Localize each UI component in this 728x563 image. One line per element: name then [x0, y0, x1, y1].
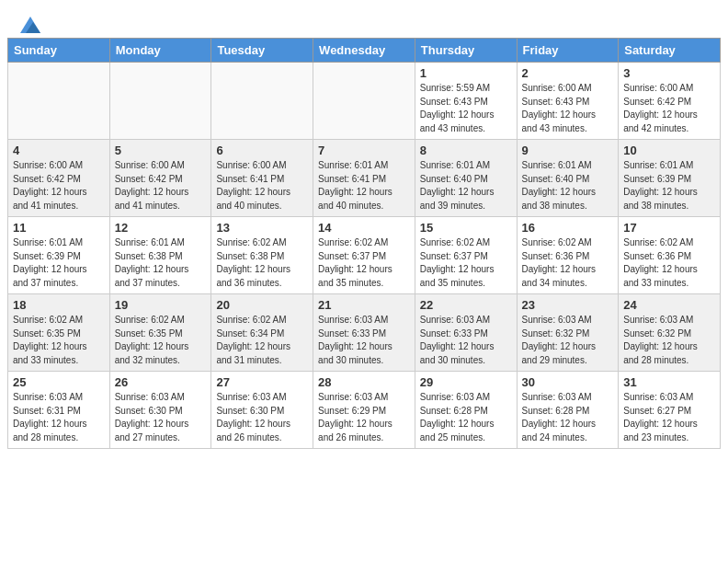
calendar-day-cell: 4Sunrise: 6:00 AMSunset: 6:42 PMDaylight…	[8, 140, 110, 217]
day-number: 11	[13, 221, 105, 235]
day-number: 17	[623, 221, 715, 235]
day-number: 21	[318, 298, 410, 312]
calendar-day-cell	[109, 63, 211, 140]
calendar-week-row: 18Sunrise: 6:02 AMSunset: 6:35 PMDayligh…	[8, 294, 721, 372]
calendar-week-row: 1Sunrise: 5:59 AMSunset: 6:43 PMDaylight…	[8, 63, 721, 140]
day-number: 12	[115, 221, 207, 235]
calendar-day-cell: 1Sunrise: 5:59 AMSunset: 6:43 PMDaylight…	[415, 63, 517, 140]
calendar-week-row: 25Sunrise: 6:03 AMSunset: 6:31 PMDayligh…	[8, 372, 721, 449]
calendar-day-cell	[313, 63, 415, 140]
day-info: Sunrise: 6:00 AMSunset: 6:42 PMDaylight:…	[623, 82, 715, 135]
calendar-day-cell: 6Sunrise: 6:00 AMSunset: 6:41 PMDaylight…	[211, 140, 313, 217]
day-info: Sunrise: 6:03 AMSunset: 6:30 PMDaylight:…	[115, 391, 207, 444]
calendar-table: SundayMondayTuesdayWednesdayThursdayFrid…	[7, 38, 721, 449]
day-number: 1	[420, 66, 512, 80]
calendar-day-cell: 20Sunrise: 6:02 AMSunset: 6:34 PMDayligh…	[211, 294, 313, 372]
logo	[18, 17, 40, 33]
day-number: 6	[216, 144, 308, 157]
day-number: 25	[13, 375, 105, 389]
col-header-wednesday: Wednesday	[313, 39, 415, 63]
day-number: 7	[318, 144, 410, 157]
calendar-day-cell: 27Sunrise: 6:03 AMSunset: 6:30 PMDayligh…	[211, 372, 313, 449]
day-number: 16	[522, 221, 614, 235]
day-info: Sunrise: 6:01 AMSunset: 6:38 PMDaylight:…	[115, 236, 207, 290]
day-number: 14	[318, 221, 410, 235]
day-number: 19	[115, 298, 207, 312]
calendar-day-cell: 15Sunrise: 6:02 AMSunset: 6:37 PMDayligh…	[415, 217, 517, 294]
col-header-tuesday: Tuesday	[211, 39, 313, 63]
day-number: 27	[216, 375, 308, 389]
day-info: Sunrise: 6:03 AMSunset: 6:32 PMDaylight:…	[522, 314, 614, 367]
day-info: Sunrise: 6:01 AMSunset: 6:39 PMDaylight:…	[13, 236, 105, 290]
calendar-day-cell: 31Sunrise: 6:03 AMSunset: 6:27 PMDayligh…	[619, 372, 721, 449]
calendar-day-cell: 26Sunrise: 6:03 AMSunset: 6:30 PMDayligh…	[109, 372, 211, 449]
day-info: Sunrise: 6:03 AMSunset: 6:33 PMDaylight:…	[420, 314, 512, 367]
calendar-day-cell: 9Sunrise: 6:01 AMSunset: 6:40 PMDaylight…	[517, 140, 619, 217]
calendar-day-cell: 23Sunrise: 6:03 AMSunset: 6:32 PMDayligh…	[517, 294, 619, 372]
calendar-day-cell: 30Sunrise: 6:03 AMSunset: 6:28 PMDayligh…	[517, 372, 619, 449]
page-header	[0, 0, 728, 38]
logo-icon	[20, 17, 40, 33]
day-info: Sunrise: 6:02 AMSunset: 6:36 PMDaylight:…	[522, 236, 614, 290]
day-number: 20	[216, 298, 308, 312]
col-header-sunday: Sunday	[8, 39, 110, 63]
day-number: 15	[420, 221, 512, 235]
day-number: 23	[522, 298, 614, 312]
day-info: Sunrise: 6:02 AMSunset: 6:35 PMDaylight:…	[13, 314, 105, 367]
day-info: Sunrise: 6:01 AMSunset: 6:40 PMDaylight:…	[420, 159, 512, 213]
calendar-day-cell: 17Sunrise: 6:02 AMSunset: 6:36 PMDayligh…	[619, 217, 721, 294]
day-number: 31	[623, 375, 715, 389]
col-header-thursday: Thursday	[415, 39, 517, 63]
calendar-day-cell: 7Sunrise: 6:01 AMSunset: 6:41 PMDaylight…	[313, 140, 415, 217]
day-number: 24	[623, 298, 715, 312]
calendar-day-cell: 29Sunrise: 6:03 AMSunset: 6:28 PMDayligh…	[415, 372, 517, 449]
day-number: 5	[115, 144, 207, 157]
calendar-day-cell: 12Sunrise: 6:01 AMSunset: 6:38 PMDayligh…	[109, 217, 211, 294]
calendar-day-cell: 10Sunrise: 6:01 AMSunset: 6:39 PMDayligh…	[619, 140, 721, 217]
calendar-day-cell: 24Sunrise: 6:03 AMSunset: 6:32 PMDayligh…	[619, 294, 721, 372]
day-info: Sunrise: 6:03 AMSunset: 6:28 PMDaylight:…	[420, 391, 512, 444]
day-number: 8	[420, 144, 512, 157]
calendar-header-row: SundayMondayTuesdayWednesdayThursdayFrid…	[8, 39, 721, 63]
day-info: Sunrise: 6:00 AMSunset: 6:42 PMDaylight:…	[13, 159, 105, 213]
day-info: Sunrise: 6:03 AMSunset: 6:32 PMDaylight:…	[623, 314, 715, 367]
calendar-day-cell: 21Sunrise: 6:03 AMSunset: 6:33 PMDayligh…	[313, 294, 415, 372]
calendar-day-cell: 14Sunrise: 6:02 AMSunset: 6:37 PMDayligh…	[313, 217, 415, 294]
day-info: Sunrise: 6:00 AMSunset: 6:42 PMDaylight:…	[115, 159, 207, 213]
day-info: Sunrise: 6:02 AMSunset: 6:35 PMDaylight:…	[115, 314, 207, 367]
day-info: Sunrise: 6:01 AMSunset: 6:39 PMDaylight:…	[623, 159, 715, 213]
col-header-friday: Friday	[517, 39, 619, 63]
day-info: Sunrise: 5:59 AMSunset: 6:43 PMDaylight:…	[420, 82, 512, 135]
day-info: Sunrise: 6:02 AMSunset: 6:38 PMDaylight:…	[216, 236, 308, 290]
day-info: Sunrise: 6:00 AMSunset: 6:43 PMDaylight:…	[522, 82, 614, 135]
day-info: Sunrise: 6:03 AMSunset: 6:28 PMDaylight:…	[522, 391, 614, 444]
calendar-day-cell: 28Sunrise: 6:03 AMSunset: 6:29 PMDayligh…	[313, 372, 415, 449]
col-header-monday: Monday	[109, 39, 211, 63]
calendar-day-cell: 25Sunrise: 6:03 AMSunset: 6:31 PMDayligh…	[8, 372, 110, 449]
day-number: 22	[420, 298, 512, 312]
day-number: 18	[13, 298, 105, 312]
day-info: Sunrise: 6:02 AMSunset: 6:37 PMDaylight:…	[318, 236, 410, 290]
day-number: 29	[420, 375, 512, 389]
calendar-day-cell	[211, 63, 313, 140]
day-info: Sunrise: 6:03 AMSunset: 6:31 PMDaylight:…	[13, 391, 105, 444]
calendar-week-row: 11Sunrise: 6:01 AMSunset: 6:39 PMDayligh…	[8, 217, 721, 294]
day-info: Sunrise: 6:03 AMSunset: 6:33 PMDaylight:…	[318, 314, 410, 367]
calendar-day-cell: 13Sunrise: 6:02 AMSunset: 6:38 PMDayligh…	[211, 217, 313, 294]
day-number: 4	[13, 144, 105, 157]
calendar-wrapper: SundayMondayTuesdayWednesdayThursdayFrid…	[0, 38, 728, 456]
calendar-day-cell: 11Sunrise: 6:01 AMSunset: 6:39 PMDayligh…	[8, 217, 110, 294]
calendar-day-cell: 22Sunrise: 6:03 AMSunset: 6:33 PMDayligh…	[415, 294, 517, 372]
day-info: Sunrise: 6:03 AMSunset: 6:27 PMDaylight:…	[623, 391, 715, 444]
day-info: Sunrise: 6:00 AMSunset: 6:41 PMDaylight:…	[216, 159, 308, 213]
calendar-day-cell: 3Sunrise: 6:00 AMSunset: 6:42 PMDaylight…	[619, 63, 721, 140]
day-info: Sunrise: 6:01 AMSunset: 6:40 PMDaylight:…	[522, 159, 614, 213]
calendar-day-cell: 5Sunrise: 6:00 AMSunset: 6:42 PMDaylight…	[109, 140, 211, 217]
day-number: 26	[115, 375, 207, 389]
day-number: 2	[522, 66, 614, 80]
calendar-day-cell: 19Sunrise: 6:02 AMSunset: 6:35 PMDayligh…	[109, 294, 211, 372]
day-info: Sunrise: 6:01 AMSunset: 6:41 PMDaylight:…	[318, 159, 410, 213]
day-number: 10	[623, 144, 715, 157]
calendar-day-cell: 2Sunrise: 6:00 AMSunset: 6:43 PMDaylight…	[517, 63, 619, 140]
day-number: 3	[623, 66, 715, 80]
